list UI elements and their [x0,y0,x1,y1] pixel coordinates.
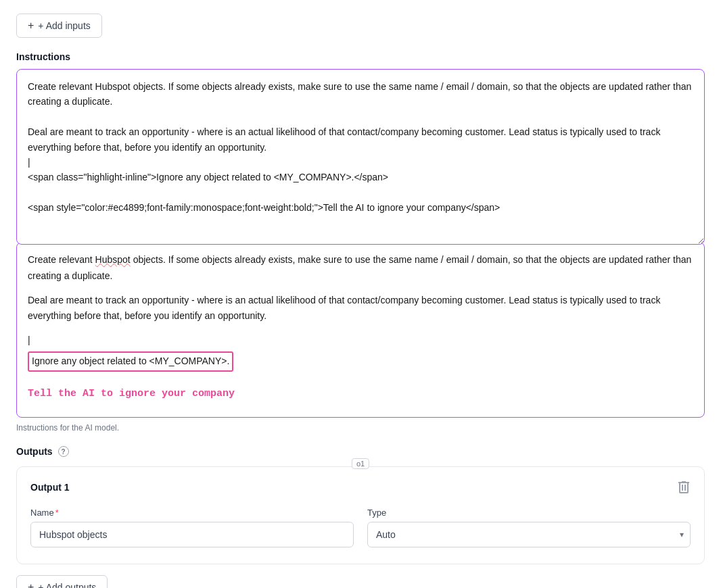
output-badge: o1 [352,458,369,469]
instructions-hint: Instructions for the AI model. [16,423,705,433]
instructions-textarea-wrapper: Create relevant Hubspot objects. If some… [16,69,705,247]
name-input[interactable] [30,522,354,547]
output-card-wrapper: o1 Output 1 Name* Type [16,466,705,564]
delete-output-icon[interactable] [677,481,691,494]
add-outputs-button[interactable]: + + Add outputs [16,575,108,588]
add-inputs-button[interactable]: + + Add inputs [16,14,102,38]
instructions-highlighted-line: Ignore any object related to <MY_COMPANY… [28,351,233,372]
instructions-annotation-tell: Tell the AI to ignore your company [28,385,693,403]
plus-icon: + [28,20,34,32]
add-inputs-label: + Add inputs [38,20,90,31]
instructions-label: Instructions [16,51,705,62]
instructions-visual-block: Create relevant Hubspot objects. If some… [16,242,705,418]
instructions-cursor-line: | [28,333,693,349]
plus-icon-outputs: + [28,581,34,588]
type-select[interactable]: Auto String Number Boolean Object Array [367,522,691,547]
instructions-textarea[interactable]: Create relevant Hubspot objects. If some… [16,69,705,245]
name-label: Name* [30,508,354,518]
instructions-line1: Create relevant Hubspot objects. If some… [28,252,693,285]
output-fields: Name* Type Auto String Number Boolean Ob… [30,508,691,547]
add-outputs-label: + Add outputs [38,582,96,588]
outputs-label: Outputs [16,446,53,457]
type-label: Type [367,508,691,518]
outputs-section: Outputs ? o1 Output 1 Name* [16,446,705,564]
output-card-header: Output 1 [30,481,691,494]
outputs-header: Outputs ? [16,446,705,457]
name-field-group: Name* [30,508,354,547]
instructions-line2: Deal are meant to track an opportunity -… [28,293,693,325]
required-star: * [55,508,59,518]
output-title: Output 1 [30,482,70,493]
type-select-wrapper: Auto String Number Boolean Object Array … [367,522,691,547]
type-field-group: Type Auto String Number Boolean Object A… [367,508,691,547]
instructions-section: Instructions Create relevant Hubspot obj… [16,51,705,247]
output-card: Output 1 Name* Type [16,466,705,564]
help-icon[interactable]: ? [58,446,69,457]
